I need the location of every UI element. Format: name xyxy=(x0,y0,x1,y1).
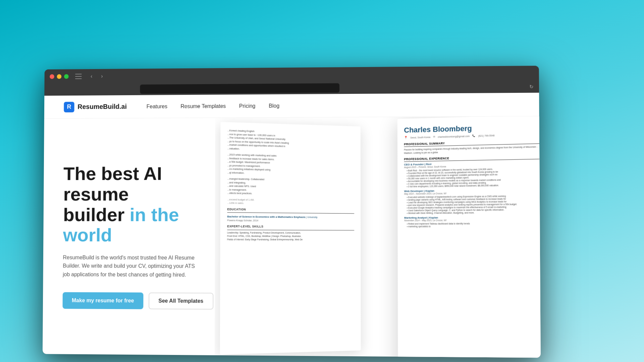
forward-button[interactable]: › xyxy=(97,72,106,81)
hero-section: The best AI resume builder in the world … xyxy=(43,116,541,358)
back-button[interactable]: ‹ xyxy=(87,72,96,81)
card1-education-header: EDUCATION xyxy=(227,207,354,214)
card1-skills-content: Leadership: Speaking, Fundraising, Produ… xyxy=(227,231,354,241)
resume-preview-card-2: Charles Bloomberg 📍 Seoul, South Korea ✉… xyxy=(397,116,541,358)
card2-job1-bullets: • Built Rezi - the most loved resume sof… xyxy=(404,167,541,188)
resume-preview-area: ...Korea's leading English ...nce to gro… xyxy=(215,116,541,358)
nav-pricing[interactable]: Pricing xyxy=(239,103,256,109)
nav-resume-templates[interactable]: Resume Templates xyxy=(180,103,226,110)
logo-text: ResumeBuild.ai xyxy=(77,103,127,111)
logo[interactable]: R ResumeBuild.ai xyxy=(64,101,127,112)
close-button[interactable] xyxy=(50,74,54,79)
card2-job2-bullets: • Executed website redesign of kaplanlea… xyxy=(404,194,541,214)
card2-job2: Web Developer | Kaplan May 2015 – Novemb… xyxy=(404,188,541,214)
card2-summary-title: PROFESSIONAL SUMMARY xyxy=(404,139,540,146)
card1-lower-text: ...mangist leadership. Collaborated ...a… xyxy=(227,177,354,197)
bullet: • Relied and implement Tableau dashboard… xyxy=(404,222,541,225)
nav-features[interactable]: Features xyxy=(147,104,167,110)
hero-title-line2: builder xyxy=(63,204,129,225)
address-bar[interactable] xyxy=(140,83,339,94)
sidebar-toggle-icon[interactable] xyxy=(75,74,82,79)
card1-mid-text: ...2015 while working with marketing and… xyxy=(227,153,354,177)
hero-title: The best AI resume builder in the world xyxy=(63,163,195,245)
hero-content: The best AI resume builder in the world … xyxy=(43,118,215,355)
nav-blog[interactable]: Blog xyxy=(269,103,279,109)
resume-card1-content: ...Korea's leading English ...nce to gro… xyxy=(220,122,361,355)
card1-education-school: Powers-Knapp Scholar, 2014 xyxy=(227,219,354,223)
bullet: • marketing specialists to xyxy=(404,225,541,228)
card2-job3-bullets: • Relied and implement Tableau dashboard… xyxy=(404,222,541,228)
browser-chrome: ‹ › ↻ xyxy=(44,66,539,96)
card2-job3: Marketing Analyst | Kaplan November 2014… xyxy=(404,215,541,227)
logo-icon: R xyxy=(64,102,74,112)
card1-intro-text: ...Korea's leading English ...nce to gro… xyxy=(227,129,354,154)
nav-links: Features Resume Templates Pricing Blog xyxy=(147,103,279,110)
cta-primary-button[interactable]: Make my resume for free xyxy=(63,292,144,309)
minimize-button[interactable] xyxy=(57,74,62,79)
browser-nav-buttons: ‹ › xyxy=(87,72,107,81)
hero-buttons: Make my resume for free See All Template… xyxy=(63,292,195,309)
card2-job1: CEO & Founder | Rezi August 2015 – Prese… xyxy=(404,160,541,187)
card2-experience-title: PROFESSIONAL EXPERIENCE xyxy=(404,155,541,161)
card1-education-title: EDUCATION xyxy=(227,207,354,213)
traffic-lights xyxy=(50,74,68,79)
hero-description: ResumeBuild is the world's most trusted … xyxy=(63,253,195,279)
card1-skills-title: EXPERT-LEVEL SKILLS xyxy=(227,224,354,229)
card1-skills-header: EXPERT-LEVEL SKILLS xyxy=(227,224,354,230)
website-content: R ResumeBuild.ai Features Resume Templat… xyxy=(43,93,541,358)
cta-secondary-button[interactable]: See All Templates xyxy=(149,292,213,309)
browser-window: ‹ › ↻ R ResumeBuild.ai Features Resume T… xyxy=(43,66,541,358)
resume-preview-card-1: ...Korea's leading English ...nce to gro… xyxy=(220,122,361,355)
maximize-button[interactable] xyxy=(64,74,69,79)
reload-button[interactable]: ↻ xyxy=(529,84,533,89)
card1-stats-text: ...exceed budget of 1.4M. ...120k in sal… xyxy=(227,198,354,206)
hero-title-line1: The best AI resume xyxy=(63,163,162,205)
resume-card2-content: Charles Bloomberg 📍 Seoul, South Korea ✉… xyxy=(397,116,541,358)
site-navigation: R ResumeBuild.ai Features Resume Templat… xyxy=(44,93,539,119)
